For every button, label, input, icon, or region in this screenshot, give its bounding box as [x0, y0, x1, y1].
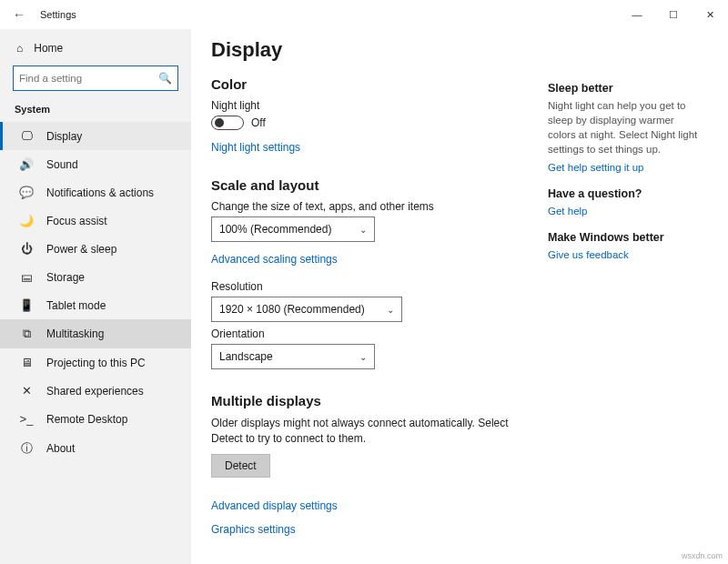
- sidebar-item-focus-assist[interactable]: 🌙Focus assist: [0, 206, 191, 235]
- sidebar-item-label: Tablet mode: [46, 299, 106, 312]
- night-light-settings-link[interactable]: Night light settings: [211, 141, 300, 154]
- sidebar-item-remote-desktop[interactable]: >_Remote Desktop: [0, 405, 191, 433]
- storage-icon: 🖴: [19, 270, 34, 284]
- scale-label: Change the size of text, apps, and other…: [211, 200, 548, 213]
- close-button[interactable]: ✕: [692, 0, 728, 29]
- sleep-help-link[interactable]: Get help setting it up: [548, 162, 703, 173]
- orientation-label: Orientation: [211, 327, 548, 340]
- sidebar-item-label: Notifications & actions: [46, 186, 154, 199]
- advanced-scaling-link[interactable]: Advanced scaling settings: [211, 253, 338, 266]
- feedback-link[interactable]: Give us feedback: [548, 249, 703, 260]
- get-help-link[interactable]: Get help: [548, 206, 703, 217]
- sidebar-item-notifications-actions[interactable]: 💬Notifications & actions: [0, 178, 191, 206]
- watermark: wsxdn.com: [682, 551, 723, 560]
- sidebar-item-tablet-mode[interactable]: 📱Tablet mode: [0, 291, 191, 319]
- page-title: Display: [211, 38, 548, 62]
- sleep-better-heading: Sleep better: [548, 82, 703, 95]
- home-icon: ⌂: [16, 42, 23, 55]
- sidebar-item-label: Storage: [46, 271, 85, 284]
- graphics-settings-link[interactable]: Graphics settings: [211, 523, 296, 536]
- night-light-state: Off: [251, 116, 266, 129]
- night-light-label: Night light: [211, 99, 548, 112]
- about-icon: ⓘ: [19, 440, 34, 457]
- home-label: Home: [34, 42, 63, 55]
- advanced-display-link[interactable]: Advanced display settings: [211, 499, 338, 512]
- section-label: System: [0, 100, 191, 122]
- resolution-label: Resolution: [211, 280, 548, 293]
- search-input[interactable]: [19, 73, 158, 84]
- sidebar-item-label: Projecting to this PC: [46, 357, 146, 369]
- sidebar-item-label: Focus assist: [46, 215, 107, 227]
- feedback-heading: Make Windows better: [548, 231, 703, 244]
- back-button[interactable]: ←: [13, 7, 31, 22]
- focus-assist-icon: 🌙: [19, 214, 34, 227]
- question-heading: Have a question?: [548, 187, 703, 200]
- window-title: Settings: [40, 9, 76, 20]
- scale-value: 100% (Recommended): [219, 223, 331, 236]
- search-input-wrap[interactable]: 🔍: [13, 65, 178, 91]
- scale-heading: Scale and layout: [211, 177, 548, 193]
- sidebar-item-power-sleep[interactable]: ⏻Power & sleep: [0, 235, 191, 263]
- detect-button[interactable]: Detect: [211, 454, 270, 478]
- home-nav[interactable]: ⌂ Home: [0, 36, 191, 64]
- sidebar-item-label: Display: [46, 130, 82, 143]
- content-area: Display Color Night light Off Night ligh…: [211, 38, 548, 564]
- sidebar-item-shared-experiences[interactable]: ✕Shared experiences: [0, 377, 191, 405]
- sidebar-item-label: Sound: [46, 158, 78, 171]
- sidebar-item-display[interactable]: 🖵Display: [0, 122, 191, 150]
- maximize-button[interactable]: ☐: [655, 0, 692, 29]
- sidebar-item-label: Multitasking: [46, 327, 104, 340]
- resolution-value: 1920 × 1080 (Recommended): [219, 303, 365, 316]
- sidebar-item-label: Remote Desktop: [46, 413, 127, 426]
- night-light-toggle[interactable]: Off: [211, 116, 548, 130]
- multiple-displays-desc: Older displays might not always connect …: [211, 416, 521, 447]
- color-heading: Color: [211, 76, 548, 92]
- notifications-actions-icon: 💬: [19, 186, 34, 199]
- sidebar-item-label: Power & sleep: [46, 243, 116, 256]
- sound-icon: 🔊: [19, 157, 34, 171]
- sidebar-item-label: Shared experiences: [46, 385, 144, 398]
- sidebar-item-about[interactable]: ⓘAbout: [0, 433, 191, 464]
- resolution-dropdown[interactable]: 1920 × 1080 (Recommended) ⌄: [211, 297, 402, 322]
- chevron-down-icon: ⌄: [359, 352, 367, 362]
- chevron-down-icon: ⌄: [387, 305, 394, 315]
- power-sleep-icon: ⏻: [19, 242, 34, 256]
- orientation-value: Landscape: [219, 350, 273, 363]
- chevron-down-icon: ⌄: [359, 225, 367, 235]
- sidebar-item-projecting-to-this-pc[interactable]: 🖥Projecting to this PC: [0, 348, 191, 377]
- orientation-dropdown[interactable]: Landscape ⌄: [211, 344, 375, 369]
- tablet-mode-icon: 📱: [19, 298, 34, 312]
- multitasking-icon: ⧉: [19, 327, 34, 341]
- shared-experiences-icon: ✕: [19, 384, 34, 398]
- sidebar-item-sound[interactable]: 🔊Sound: [0, 150, 191, 178]
- multiple-displays-heading: Multiple displays: [211, 393, 548, 408]
- sidebar-item-storage[interactable]: 🖴Storage: [0, 263, 191, 291]
- remote-desktop-icon: >_: [19, 412, 34, 426]
- toggle-pill: [211, 116, 244, 130]
- sidebar-item-label: About: [46, 442, 75, 455]
- search-icon: 🔍: [158, 72, 172, 85]
- sidebar-item-multitasking[interactable]: ⧉Multitasking: [0, 319, 191, 348]
- right-panel: Sleep better Night light can help you ge…: [548, 38, 703, 564]
- sleep-better-text: Night light can help you get to sleep by…: [548, 98, 703, 156]
- projecting-to-this-pc-icon: 🖥: [19, 356, 34, 369]
- scale-dropdown[interactable]: 100% (Recommended) ⌄: [211, 217, 375, 242]
- sidebar: ⌂ Home 🔍 System 🖵Display🔊Sound💬Notificat…: [0, 29, 191, 564]
- minimize-button[interactable]: —: [619, 0, 655, 29]
- display-icon: 🖵: [19, 129, 34, 143]
